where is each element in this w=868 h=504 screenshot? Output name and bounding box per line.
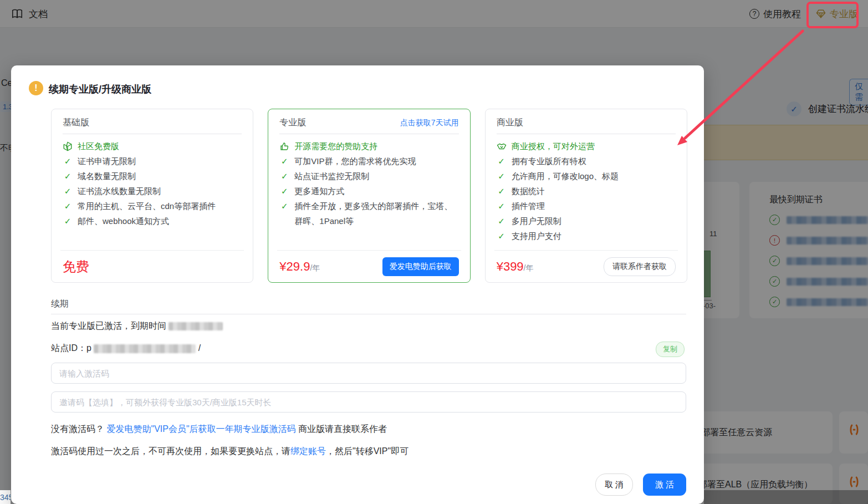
feature-list: 开源需要您的赞助支持 ✓可加VIP群，您的需求将优先实现 ✓站点证书监控无限制 … bbox=[279, 139, 458, 250]
check-icon: ✓ bbox=[279, 169, 289, 184]
plan-footer: 免费 bbox=[60, 250, 244, 282]
plan-card-business: 商业版 商业授权，可对外运营 ✓拥有专业版所有特权 ✓允许商用，可修改logo、… bbox=[485, 109, 687, 283]
activate-button[interactable]: 激 活 bbox=[643, 474, 686, 496]
bind-account-link[interactable]: 绑定账号 bbox=[290, 446, 326, 456]
check-icon: ✓ bbox=[279, 154, 289, 169]
check-icon: ✓ bbox=[63, 154, 73, 169]
plan-header: 商业版 bbox=[497, 117, 676, 134]
feature-item: ✓支持用户支付 bbox=[497, 228, 676, 243]
plan-headline: 开源需要您的赞助支持 bbox=[279, 139, 458, 154]
warning-icon: ! bbox=[29, 81, 43, 95]
sponsor-get-button[interactable]: 爱发电赞助后获取 bbox=[382, 257, 459, 276]
check-icon: ✓ bbox=[497, 213, 507, 228]
plan-name: 基础版 bbox=[63, 117, 89, 129]
check-icon: ✓ bbox=[279, 198, 289, 228]
plan-footer: ¥399/年 请联系作者获取 bbox=[494, 250, 678, 282]
plan-footer: ¥29.9/年 爱发电赞助后获取 bbox=[277, 250, 461, 282]
activation-code-input[interactable] bbox=[51, 363, 686, 384]
check-icon: ✓ bbox=[63, 169, 73, 184]
plan-headline: 社区免费版 bbox=[63, 139, 242, 154]
feature-item: ✓允许商用，可修改logo、标题 bbox=[497, 169, 676, 184]
plan-cards: 基础版 社区免费版 ✓证书申请无限制 ✓域名数量无限制 ✓证书流水线数量无限制 bbox=[51, 109, 687, 283]
check-icon: ✓ bbox=[63, 198, 73, 213]
handshake-icon bbox=[497, 139, 507, 154]
activation-status-text: 当前专业版已激活，到期时间 bbox=[51, 320, 223, 332]
plan-card-basic: 基础版 社区免费版 ✓证书申请无限制 ✓域名数量无限制 ✓证书流水线数量无限制 bbox=[51, 109, 253, 283]
sponsor-link[interactable]: 爱发电赞助"VIP会员"后获取一年期专业版激活码 bbox=[106, 424, 295, 434]
feature-item: ✓拥有专业版所有特权 bbox=[497, 154, 676, 169]
feature-item: ✓插件全开放，更多强大的部署插件，宝塔、群晖、1Panel等 bbox=[279, 198, 458, 228]
plan-headline: 商业授权，可对外运营 bbox=[497, 139, 676, 154]
plan-name: 商业版 bbox=[497, 117, 523, 129]
redacted-site-id bbox=[94, 344, 196, 353]
check-icon: ✓ bbox=[497, 184, 507, 198]
cancel-button[interactable]: 取 消 bbox=[595, 474, 633, 496]
check-icon: ✓ bbox=[279, 184, 289, 198]
feature-item: ✓证书申请无限制 bbox=[63, 154, 242, 169]
copy-button[interactable]: 复制 bbox=[656, 342, 685, 357]
plan-header: 基础版 bbox=[63, 117, 242, 134]
plan-name: 专业版 bbox=[279, 117, 306, 129]
feature-item: ✓插件管理 bbox=[497, 198, 676, 213]
check-icon: ✓ bbox=[497, 154, 507, 169]
invite-code-input[interactable] bbox=[51, 391, 686, 413]
feature-item: ✓更多通知方式 bbox=[279, 184, 458, 198]
feature-item: ✓可加VIP群，您的需求将优先实现 bbox=[279, 154, 458, 169]
redacted-expiry-date bbox=[169, 322, 223, 330]
plan-header: 专业版 点击获取7天试用 bbox=[279, 117, 458, 134]
feature-item: ✓邮件、webhook通知方式 bbox=[63, 213, 242, 228]
feature-item: ✓常用的主机、云平台、cdn等部署插件 bbox=[63, 198, 242, 213]
check-icon: ✓ bbox=[497, 228, 507, 243]
plan-price: ¥399/年 bbox=[497, 259, 534, 274]
site-id-row: 站点ID：p / bbox=[51, 343, 201, 354]
divider bbox=[51, 314, 686, 314]
footer-text-fragment: 345 bbox=[0, 490, 11, 504]
plan-price: ¥29.9/年 bbox=[279, 259, 320, 274]
feature-item: ✓多用户无限制 bbox=[497, 213, 676, 228]
check-icon: ✓ bbox=[497, 198, 507, 213]
page: 文档 ? 使用教程 专业版 Cer 1.3 不明 bbox=[0, 0, 868, 504]
annotation-highlight-box bbox=[806, 2, 859, 28]
feature-item: ✓证书流水线数量无限制 bbox=[63, 184, 242, 198]
upgrade-modal: ! 续期专业版/升级商业版 基础版 社区免费版 bbox=[11, 65, 704, 504]
feature-list: 社区免费版 ✓证书申请无限制 ✓域名数量无限制 ✓证书流水线数量无限制 ✓常用的… bbox=[63, 139, 242, 250]
no-code-note: 没有激活码？ 爱发电赞助"VIP会员"后获取一年期专业版激活码 商业版请直接联系… bbox=[51, 424, 387, 435]
contact-author-button[interactable]: 请联系作者获取 bbox=[604, 257, 676, 276]
modal-title: 续期专业版/升级商业版 bbox=[49, 83, 151, 96]
check-icon: ✓ bbox=[497, 169, 507, 184]
package-icon bbox=[63, 139, 73, 154]
thumbs-up-icon bbox=[279, 139, 289, 154]
renew-section-title: 续期 bbox=[51, 298, 69, 310]
check-icon: ✓ bbox=[63, 213, 73, 228]
feature-list: 商业授权，可对外运营 ✓拥有专业版所有特权 ✓允许商用，可修改logo、标题 ✓… bbox=[497, 139, 676, 250]
plan-price: 免费 bbox=[63, 258, 89, 276]
trial-link[interactable]: 点击获取7天试用 bbox=[400, 118, 459, 128]
plan-card-pro: 专业版 点击获取7天试用 开源需要您的赞助支持 ✓可加VIP群，您的需求将优先实… bbox=[268, 109, 470, 283]
feature-item: ✓域名数量无限制 bbox=[63, 169, 242, 184]
feature-item: ✓数据统计 bbox=[497, 184, 676, 198]
check-icon: ✓ bbox=[63, 184, 73, 198]
activation-usage-note: 激活码使用过一次之后，不可再次使用，如果要更换站点，请绑定账号，然后"转移VIP… bbox=[51, 446, 409, 457]
modal-footer: 取 消 激 活 bbox=[595, 474, 686, 496]
feature-item: ✓站点证书监控无限制 bbox=[279, 169, 458, 184]
